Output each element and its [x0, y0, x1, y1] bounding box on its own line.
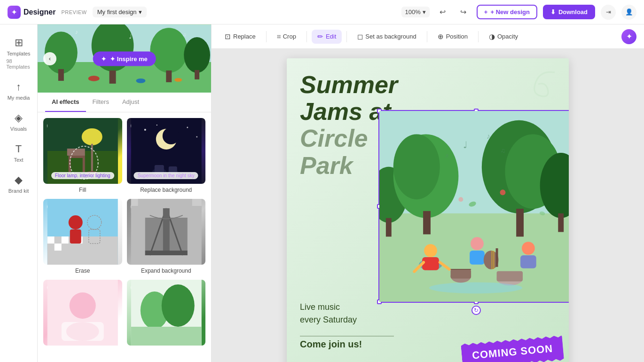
zoom-control[interactable]: 100% ▾: [401, 7, 430, 17]
app-logo: ✦ Designer: [8, 6, 55, 19]
svg-rect-95: [470, 251, 485, 265]
tab-adjust[interactable]: Adjust: [116, 93, 146, 112]
svg-point-88: [458, 197, 463, 202]
replace-bg-overlay-text: Supermoon in the night sky: [134, 172, 198, 179]
sidebar-item-text[interactable]: T Text: [3, 138, 35, 167]
toolbar-divider-3: [346, 31, 347, 42]
design-name-button[interactable]: My first design ▾: [93, 7, 147, 17]
image-selection-box[interactable]: ↻: [378, 110, 569, 303]
canvas-cta: Come join us!: [300, 339, 362, 350]
svg-rect-7: [166, 71, 172, 82]
effect-expand-bg[interactable]: ✦ Coming soon: [127, 199, 206, 275]
svg-point-30: [187, 127, 188, 128]
svg-point-28: [162, 127, 179, 144]
svg-rect-55: [192, 206, 201, 213]
sidebar-item-visuals[interactable]: ◈ Visuals: [3, 107, 35, 136]
undo-button[interactable]: ↩: [435, 5, 450, 20]
canvas-area[interactable]: Summer Jams at Circle Park Live music ev…: [212, 49, 644, 362]
set-as-bg-button[interactable]: ◻ Set as background: [352, 30, 422, 44]
effect-replace-bg[interactable]: ✦ Coming soon: [127, 118, 206, 194]
svg-rect-101: [520, 255, 536, 268]
download-button[interactable]: ⬇ Download: [543, 5, 595, 19]
svg-rect-78: [516, 209, 524, 236]
new-design-button[interactable]: + + New design: [477, 5, 537, 19]
svg-text:♪: ♪: [487, 132, 490, 140]
tab-filters[interactable]: Filters: [86, 93, 116, 112]
canvas-divider: [300, 336, 394, 337]
svg-text:♪: ♪: [75, 29, 78, 35]
svg-point-46: [69, 215, 83, 229]
svg-rect-3: [58, 69, 64, 81]
sidebar-item-templates[interactable]: ⊞ Templates 98 Templates: [3, 32, 35, 74]
visuals-icon: ◈: [15, 112, 23, 124]
panel-content: ✦ Coming soon: [38, 112, 211, 362]
left-panel: ♩ ♪ ♫ ‹ ✦ ✦ Inspire me AI effects Filter…: [38, 24, 212, 362]
svg-rect-68: [131, 327, 201, 346]
svg-point-31: [156, 125, 157, 126]
panel-back-button[interactable]: ‹: [43, 52, 56, 65]
download-icon: ⬇: [550, 8, 556, 16]
position-icon: ⊕: [438, 32, 444, 41]
canvas[interactable]: Summer Jams at Circle Park Live music ev…: [287, 58, 569, 362]
sidebar-item-brand-kit[interactable]: ◆ Brand kit: [3, 169, 35, 198]
svg-point-29: [144, 129, 146, 131]
svg-rect-54: [192, 199, 201, 206]
chevron-down-icon: ▾: [423, 8, 426, 16]
replace-icon: ⊡: [225, 32, 231, 41]
redo-button[interactable]: ↪: [456, 5, 471, 20]
try2-thumb-svg: [127, 280, 206, 346]
position-button[interactable]: ⊕ Position: [432, 30, 473, 44]
edit-button[interactable]: ✏ Edit: [312, 30, 342, 44]
svg-rect-64: [62, 322, 104, 341]
svg-text:♫: ♫: [500, 147, 505, 154]
effect-fill-label: Fill: [43, 186, 122, 194]
fill-overlay-text: Floor lamp, interior lighting: [51, 172, 114, 179]
svg-point-90: [424, 244, 437, 257]
inspire-me-button[interactable]: ✦ ✦ Inspire me: [93, 51, 156, 66]
toolbar-divider-4: [427, 31, 427, 42]
svg-text:♬: ♬: [445, 152, 449, 159]
sidebar: ⊞ Templates 98 Templates ↑ My media ◈ Vi…: [0, 24, 38, 362]
erase-thumb-svg: [43, 199, 122, 265]
svg-point-6: [150, 28, 188, 73]
svg-rect-53: [131, 206, 138, 213]
svg-point-107: [429, 282, 522, 293]
toolbar-divider-5: [478, 31, 479, 42]
chevron-down-icon: ▾: [139, 8, 142, 16]
editor-area: ⊡ Replace ⌗ Crop ✏ Edit ◻ Set as backgro…: [212, 24, 644, 362]
panel-preview-inner: ♩ ♪ ♫ ‹ ✦ ✦ Inspire me: [38, 24, 211, 93]
svg-rect-40: [55, 236, 62, 244]
svg-rect-43: [55, 244, 62, 251]
effect-try1-label: [43, 347, 122, 349]
sidebar-item-my-media[interactable]: ↑ My media: [3, 76, 35, 105]
toolbar-divider-1: [266, 31, 267, 42]
effect-try2[interactable]: Try it out: [127, 280, 206, 349]
effect-try2-label: [127, 347, 206, 349]
svg-point-100: [522, 242, 535, 255]
effect-try1[interactable]: Try it out: [43, 280, 122, 349]
tab-ai-effects[interactable]: AI effects: [45, 93, 86, 112]
user-button[interactable]: 👤: [621, 5, 636, 20]
rotate-handle[interactable]: ↻: [471, 306, 481, 315]
crop-button[interactable]: ⌗ Crop: [271, 30, 302, 44]
toolbar-divider-2: [306, 31, 307, 42]
effect-erase[interactable]: ✦ Coming soon: [43, 199, 122, 275]
canvas-subtitle: Live music every Saturday: [300, 301, 357, 326]
ai-sparkle-icon: ✦: [626, 32, 632, 41]
share-button[interactable]: ⇥: [601, 5, 616, 20]
svg-point-74: [393, 134, 440, 200]
svg-rect-60: [145, 251, 187, 255]
effect-erase-thumb: ✦ Coming soon: [43, 199, 122, 265]
svg-text:♩: ♩: [463, 140, 467, 150]
svg-rect-106: [497, 271, 523, 282]
effect-fill[interactable]: ✦ Coming soon: [43, 118, 122, 194]
ai-tools-button[interactable]: ✦: [621, 29, 636, 44]
svg-point-32: [196, 136, 197, 138]
panel-tabs: AI effects Filters Adjust: [38, 93, 211, 112]
app-name: Designer: [24, 8, 55, 16]
opacity-button[interactable]: ◑ Opacity: [483, 30, 524, 44]
replace-button[interactable]: ⊡ Replace: [219, 30, 261, 44]
templates-icon: ⊞: [15, 37, 23, 49]
svg-rect-41: [62, 236, 69, 244]
effects-grid: ✦ Coming soon: [43, 118, 205, 349]
